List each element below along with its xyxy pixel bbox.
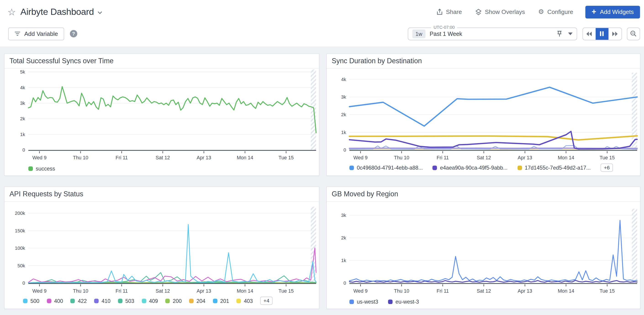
legend-item[interactable]: 503 — [118, 298, 134, 304]
y-axis-label: 0 — [344, 147, 346, 152]
x-axis-label: Thu 10 — [394, 155, 409, 160]
show-overlays-label: Show Overlays — [485, 9, 525, 15]
x-axis-label: Mon 14 — [237, 155, 253, 160]
series-line-500 — [28, 224, 316, 283]
x-axis-label: Fri 11 — [116, 155, 128, 160]
pin-icon[interactable] — [556, 30, 562, 37]
time-range-selector[interactable]: UTC-07:00 1w Past 1 Week — [408, 27, 577, 40]
y-axis-label: 200k — [15, 210, 25, 216]
legend-item[interactable]: 422 — [70, 298, 87, 304]
legend-item[interactable]: success — [28, 165, 55, 172]
add-widgets-button[interactable]: + Add Widgets — [586, 5, 640, 18]
y-axis-label: 1k — [341, 130, 346, 135]
x-axis-label: Sat 12 — [476, 155, 491, 160]
legend-item[interactable]: 201 — [213, 298, 229, 304]
x-axis-label: Apr 13 — [518, 288, 532, 294]
help-icon[interactable]: ? — [70, 30, 77, 37]
time-range-label: Past 1 Week — [430, 30, 462, 37]
widget-title: GB Moved by Region — [327, 187, 640, 202]
legend-item[interactable]: 409 — [142, 298, 158, 304]
add-variable-button[interactable]: Add Variable — [8, 27, 64, 40]
pause-button[interactable] — [596, 28, 608, 40]
time-forward-button[interactable] — [608, 28, 622, 40]
legend-more-chip[interactable]: +6 — [600, 163, 613, 172]
x-axis-label: Fri 11 — [116, 288, 128, 294]
x-axis-label: Tue 15 — [600, 155, 614, 160]
legend-label: 409 — [149, 298, 158, 304]
series-line-us-west3 — [350, 220, 637, 281]
legend-label: 403 — [244, 298, 253, 304]
x-axis-label: Mon 14 — [558, 288, 574, 294]
legend-item[interactable]: 400 — [47, 298, 63, 304]
legend-swatch — [236, 299, 241, 303]
y-axis-label: 4k — [341, 77, 346, 82]
share-label: Share — [446, 9, 462, 15]
add-variable-label: Add Variable — [24, 30, 58, 37]
y-axis-label: 1k — [20, 132, 25, 137]
x-axis-label: Tue 15 — [278, 288, 294, 294]
legend-swatch — [517, 165, 522, 170]
legend-swatch — [432, 165, 437, 170]
y-axis-label: 2k — [341, 112, 346, 117]
add-widgets-label: Add Widgets — [600, 9, 634, 15]
legend-item[interactable]: 410 — [94, 298, 110, 304]
x-axis-label: Tue 15 — [278, 155, 294, 160]
legend-item[interactable]: 0c49680d-4791-4ebb-a88... — [350, 165, 423, 171]
legend-more-chip[interactable]: +4 — [260, 297, 272, 305]
y-axis-label: 3k — [341, 94, 346, 99]
y-axis-label: 3k — [341, 213, 346, 218]
dashboard-page: ☆ Airbyte Dashboard Share Show Overlays … — [0, 0, 644, 315]
legend-label: 17d1455c-7ed5-49d2-a17... — [525, 165, 591, 171]
x-axis-label: Wed 9 — [32, 288, 46, 294]
x-axis-label: Apr 13 — [197, 155, 211, 160]
share-button[interactable]: Share — [436, 9, 462, 15]
widget-body: 050k100k150k200kWed 9Thu 10Fri 11Sat 12A… — [4, 202, 319, 309]
chart-canvas-total-successful-syncs: 01k2k3k4k5kWed 9Thu 10Fri 11Sat 12Apr 13… — [4, 69, 319, 176]
show-overlays-button[interactable]: Show Overlays — [475, 8, 525, 15]
series-line-success — [28, 86, 316, 133]
widget-title: Sync Duration by Destination — [327, 54, 640, 69]
x-axis-label: Fri 11 — [437, 155, 449, 160]
configure-button[interactable]: ⚙ Configure — [538, 9, 573, 15]
legend-label: 400 — [54, 298, 63, 304]
legend-item[interactable]: 204 — [189, 298, 205, 304]
x-axis-label: Wed 9 — [354, 288, 368, 294]
x-axis-label: Wed 9 — [32, 155, 46, 160]
widget-title: Total Successful Syncs over Time — [4, 54, 319, 69]
future-hatch-region — [632, 73, 637, 150]
favorite-star-icon[interactable]: ☆ — [7, 7, 16, 17]
legend-swatch — [165, 299, 170, 303]
legend-item[interactable]: eu-west-3 — [388, 299, 419, 305]
caret-down-icon[interactable] — [568, 32, 572, 35]
time-backward-button[interactable] — [583, 28, 596, 40]
legend-label: 201 — [220, 298, 229, 304]
legend-label: 0c49680d-4791-4ebb-a88... — [357, 165, 423, 171]
overlays-icon — [475, 8, 482, 15]
legend-item[interactable]: 403 — [236, 298, 253, 304]
x-axis-label: Thu 10 — [73, 288, 88, 294]
zoom-out-button[interactable] — [627, 27, 640, 40]
legend-label: 204 — [196, 298, 205, 304]
legend-swatch — [47, 299, 52, 303]
widget-body: 01k2k3kWed 9Thu 10Fri 11Sat 12Apr 13Mon … — [327, 202, 640, 309]
x-axis-label: Sat 12 — [156, 155, 170, 160]
legend-swatch — [350, 165, 354, 170]
legend-label: eu-west-3 — [396, 299, 419, 305]
x-axis-label: Mon 14 — [237, 288, 253, 294]
legend-item[interactable]: 200 — [165, 298, 182, 304]
series-line-0c49680d-4791-4ebb-a88... — [350, 87, 637, 126]
series-line-e4aea90a-90ca-49f5-9abb... — [350, 131, 637, 149]
legend-item[interactable]: us-west3 — [350, 299, 378, 305]
legend-label: 422 — [78, 298, 87, 304]
chevron-down-icon[interactable] — [98, 11, 102, 14]
y-axis-label: 150k — [15, 228, 25, 233]
legend-item[interactable]: e4aea90a-90ca-49f5-9abb... — [432, 165, 508, 171]
widget-api-requests-by-status: API Requests by Status 050k100k150k200kW… — [4, 187, 320, 309]
widget-gb-moved-by-region: GB Moved by Region 01k2k3kWed 9Thu 10Fri… — [326, 187, 640, 309]
x-axis-label: Wed 9 — [354, 155, 368, 160]
legend-item[interactable]: 500 — [23, 298, 39, 304]
time-shift-control — [582, 27, 622, 40]
legend-item[interactable]: 17d1455c-7ed5-49d2-a17... — [517, 165, 590, 171]
time-range-chip[interactable]: 1w — [412, 29, 426, 38]
y-axis-label: 5k — [20, 69, 25, 74]
